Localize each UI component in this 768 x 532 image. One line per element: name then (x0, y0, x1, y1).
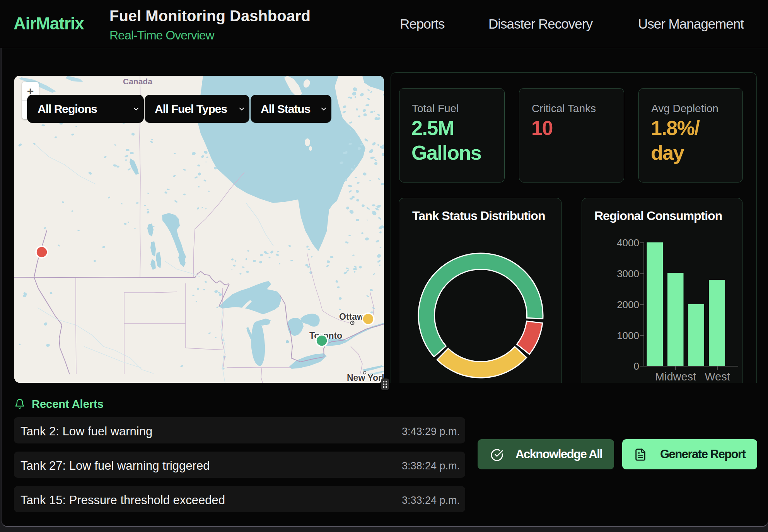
svg-text:New York: New York (347, 373, 384, 383)
svg-text:West: West (705, 370, 730, 383)
svg-text:0: 0 (634, 360, 639, 372)
svg-text:1000: 1000 (617, 330, 639, 341)
svg-text:2000: 2000 (617, 299, 639, 310)
svg-text:4000: 4000 (617, 237, 639, 249)
svg-text:3000: 3000 (617, 268, 639, 280)
svg-text:Midwest: Midwest (655, 370, 696, 383)
svg-text:Canada: Canada (123, 77, 152, 86)
